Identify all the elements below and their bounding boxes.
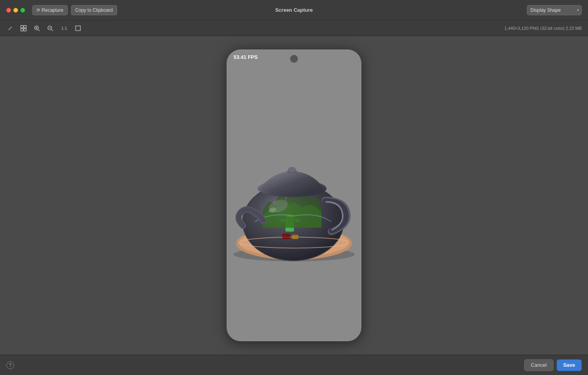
zoom-in-icon[interactable] (33, 24, 41, 32)
main-area: 53.41 FPS (0, 36, 588, 355)
recapture-button[interactable]: ⟳ Recapture (32, 5, 68, 15)
maximize-button[interactable] (20, 8, 25, 13)
copy-to-clipboard-button[interactable]: Copy to Clipboard (71, 5, 117, 15)
svg-line-9 (51, 29, 53, 31)
title-bar-right: Display Shape Rectangle Round Custom (527, 5, 582, 15)
help-button[interactable]: ? (6, 361, 14, 369)
close-button[interactable] (6, 8, 11, 13)
teapot-scene (231, 149, 357, 259)
svg-rect-3 (24, 29, 26, 31)
save-button[interactable]: Save (557, 359, 582, 371)
svg-rect-0 (21, 25, 23, 28)
fps-counter: 53.41 FPS (234, 54, 258, 60)
title-bar-left: ⟳ Recapture Copy to Clipboard (6, 5, 117, 15)
zoom-out-icon[interactable] (46, 24, 54, 32)
toolbar-left: ⤢ 1:1 (6, 24, 82, 32)
display-shape-select[interactable]: Display Shape Rectangle Round Custom (527, 5, 582, 15)
cancel-button[interactable]: Cancel (524, 359, 553, 371)
bottom-right-buttons: Cancel Save (524, 359, 582, 371)
svg-line-5 (38, 29, 40, 31)
traffic-lights (6, 8, 25, 13)
window-title: Screen Capture (275, 7, 313, 13)
bottom-bar: ? Cancel Save (0, 355, 588, 375)
svg-rect-31 (292, 235, 298, 239)
image-info: 1,440×3,120 PNG (32-bit color) 2.23 MB (505, 26, 582, 31)
svg-rect-11 (76, 26, 80, 31)
camera-notch (290, 55, 298, 63)
title-bar: ⟳ Recapture Copy to Clipboard Screen Cap… (0, 0, 588, 20)
fit-to-screen-icon[interactable]: ⤢ (6, 24, 14, 32)
minimize-button[interactable] (13, 8, 18, 13)
grid-icon[interactable] (20, 24, 27, 32)
zoom-1to1[interactable]: 1:1 (60, 25, 69, 31)
toolbar: ⤢ 1:1 (0, 20, 588, 36)
svg-rect-2 (21, 29, 23, 31)
checkbox-icon[interactable] (74, 24, 82, 32)
svg-point-26 (288, 167, 296, 172)
phone-inner: 53.41 FPS (227, 49, 361, 341)
phone-mockup: 53.41 FPS (227, 49, 361, 341)
display-shape-wrapper[interactable]: Display Shape Rectangle Round Custom (527, 5, 582, 15)
svg-rect-30 (282, 233, 290, 239)
svg-rect-1 (24, 25, 26, 28)
